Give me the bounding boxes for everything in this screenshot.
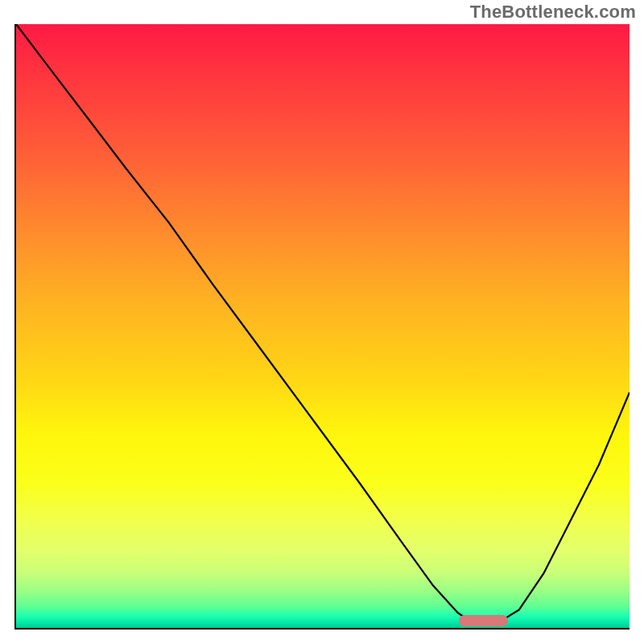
optimal-marker xyxy=(459,615,508,626)
chart-container: TheBottleneck.com xyxy=(0,0,644,644)
plot-area xyxy=(14,24,630,630)
curve-svg xyxy=(16,24,630,628)
bottleneck-curve xyxy=(16,24,630,625)
watermark-text: TheBottleneck.com xyxy=(470,2,636,23)
